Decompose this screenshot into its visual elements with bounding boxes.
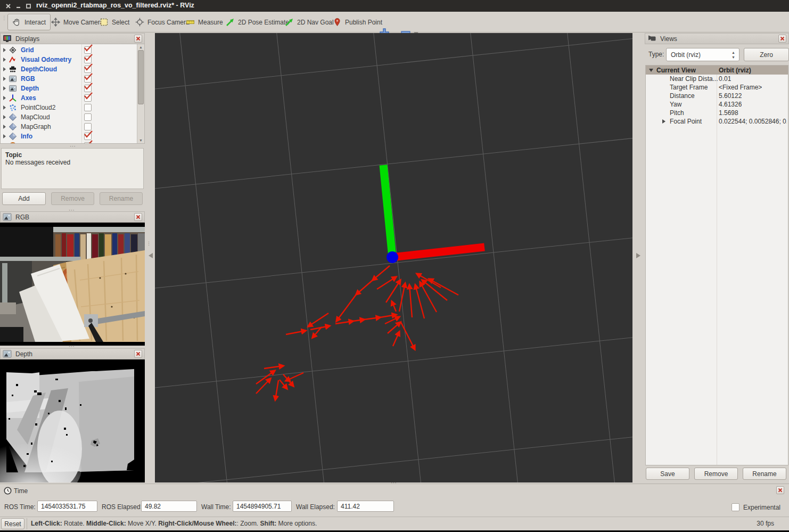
window-close-icon[interactable]: [5, 3, 12, 10]
rgb-close-button[interactable]: [134, 213, 142, 221]
topic-status: No messages received: [5, 159, 139, 166]
display-row-grid[interactable]: Grid: [1, 45, 136, 55]
scroll-up-icon[interactable]: ▲: [139, 45, 143, 49]
scrollbar-thumb[interactable]: [138, 50, 144, 104]
experimental-label: Experimental: [743, 504, 780, 511]
window-title: rviz_openni2_rtabmap_ros_vo_filtered.rvi…: [36, 2, 194, 9]
rename-view-button[interactable]: Rename: [743, 468, 786, 480]
chevron-right-icon[interactable]: [662, 119, 665, 124]
display-row-axes[interactable]: Axes: [1, 93, 136, 103]
property-name: Target Frame: [670, 84, 708, 91]
display-name: Axes: [21, 94, 36, 102]
experimental-checkbox[interactable]: [732, 503, 739, 511]
select-box-icon: [100, 18, 109, 27]
image-icon: [3, 350, 12, 358]
splitter-handle[interactable]: ⋯: [67, 144, 79, 148]
view-property-row[interactable]: Near Clip Dista...0.01: [646, 75, 788, 83]
chevron-right-icon[interactable]: [3, 48, 6, 52]
collapse-right-panel-icon[interactable]: [636, 252, 641, 259]
tool-select-button[interactable]: Select: [95, 14, 134, 30]
splitter-handle[interactable]: ⋯: [65, 345, 78, 348]
remove-display-button[interactable]: Remove: [51, 192, 94, 205]
depth-close-button[interactable]: [134, 350, 142, 358]
rename-display-button[interactable]: Rename: [100, 192, 143, 205]
display-row-pointcloud2[interactable]: PointCloud2: [1, 103, 136, 112]
reset-button[interactable]: Reset: [1, 518, 24, 529]
chevron-right-icon[interactable]: [3, 58, 6, 62]
chevron-right-icon[interactable]: [3, 96, 6, 100]
zero-button[interactable]: Zero: [744, 48, 789, 61]
remove-view-button[interactable]: Remove: [694, 468, 738, 480]
displays-scrollbar[interactable]: ▲ ▼: [137, 44, 144, 144]
property-value[interactable]: 5.60122: [719, 92, 742, 100]
property-value[interactable]: 4.61326: [719, 101, 742, 108]
tool-publish-point-button[interactable]: Publish Point: [328, 14, 387, 30]
display-row-visual-odometry[interactable]: Visual Odometry: [1, 55, 136, 64]
save-view-button[interactable]: Save: [646, 468, 689, 480]
property-value[interactable]: 1.5698: [719, 109, 738, 117]
view-property-row[interactable]: Yaw4.61326: [646, 100, 788, 109]
viewport-3d[interactable]: [155, 33, 632, 482]
displays-close-button[interactable]: [134, 35, 142, 43]
chevron-right-icon[interactable]: [3, 134, 6, 138]
display-type-icon: [9, 46, 17, 54]
window-minimize-icon[interactable]: [15, 3, 22, 10]
chevron-down-icon[interactable]: [649, 69, 653, 72]
display-row-filtered-odometry[interactable]: Filtered Odometry: [1, 141, 136, 144]
tool-label: Select: [112, 19, 129, 26]
display-row-mapcloud[interactable]: MapCloud: [1, 112, 136, 122]
chevron-right-icon[interactable]: [3, 77, 6, 81]
add-display-button[interactable]: Add: [2, 192, 46, 205]
window-maximize-icon[interactable]: [25, 3, 32, 10]
chevron-right-icon[interactable]: [3, 86, 6, 91]
chevron-right-icon[interactable]: [3, 115, 6, 119]
display-row-info[interactable]: Info: [1, 132, 136, 141]
property-value[interactable]: <Fixed Frame>: [719, 84, 762, 91]
views-panel-titlebar: Views: [645, 33, 789, 44]
clock-icon: [4, 487, 12, 495]
chevron-right-icon[interactable]: [3, 67, 6, 71]
current-view-row[interactable]: Current View Orbit (rviz): [646, 66, 788, 75]
display-name: Filtered Odometry: [21, 142, 76, 144]
views-close-button[interactable]: [778, 35, 786, 43]
display-row-mapgraph[interactable]: MapGraph: [1, 122, 136, 132]
view-property-row[interactable]: Pitch1.5698: [646, 109, 788, 117]
close-icon: [136, 36, 141, 41]
enabled-checkbox[interactable]: [83, 141, 93, 144]
viewport-3d-canvas[interactable]: [155, 33, 632, 482]
splitter-dots[interactable]: ⋮: [146, 242, 151, 244]
ros-elapsed-input[interactable]: [141, 501, 197, 512]
wall-elapsed-input[interactable]: [337, 501, 394, 512]
scroll-down-icon[interactable]: ▼: [139, 138, 143, 142]
ros-time-input[interactable]: [37, 501, 97, 512]
display-type-icon: [9, 132, 17, 141]
property-value[interactable]: 0.022544; 0.0052846; 0....: [719, 118, 787, 125]
rviz-window: rviz_openni2_rtabmap_ros_vo_filtered.rvi…: [0, 0, 789, 532]
rgb-panel-titlebar: RGB: [0, 211, 145, 223]
wall-time-input[interactable]: [233, 501, 292, 512]
chevron-right-icon[interactable]: [3, 105, 6, 110]
spinner-arrows-icon[interactable]: ▲▼: [731, 50, 736, 60]
toolbar-drag-handle-icon[interactable]: ⋮⋮: [2, 17, 6, 27]
collapse-left-panel-icon[interactable]: [148, 252, 153, 259]
tool-label: Publish Point: [345, 19, 382, 26]
display-row-depthcloud[interactable]: DepthCloud: [1, 64, 136, 74]
display-row-rgb[interactable]: RGB: [1, 74, 136, 84]
tool-measure-button[interactable]: Measure: [182, 14, 227, 30]
chevron-right-icon[interactable]: [3, 125, 6, 129]
enabled-checkbox[interactable]: [83, 112, 93, 122]
view-type-combobox[interactable]: Orbit (rviz) ▲▼: [666, 48, 739, 61]
displays-panel-title: Displays: [15, 35, 39, 43]
view-property-row[interactable]: Distance5.60122: [646, 92, 788, 100]
view-property-row[interactable]: Focal Point0.022544; 0.0052846; 0....: [646, 117, 788, 126]
view-type-value: Orbit (rviz): [671, 51, 701, 59]
view-property-row[interactable]: Target Frame<Fixed Frame>: [646, 83, 788, 92]
tool-interact-button[interactable]: Interact: [7, 14, 51, 30]
property-value[interactable]: 0.01: [719, 75, 731, 83]
display-type-icon: [9, 94, 17, 102]
enabled-checkbox[interactable]: [83, 93, 93, 103]
display-row-depth[interactable]: Depth: [1, 84, 136, 93]
enabled-checkbox[interactable]: [83, 103, 93, 112]
time-close-button[interactable]: [776, 486, 784, 494]
rgb-image-area: [0, 223, 145, 346]
